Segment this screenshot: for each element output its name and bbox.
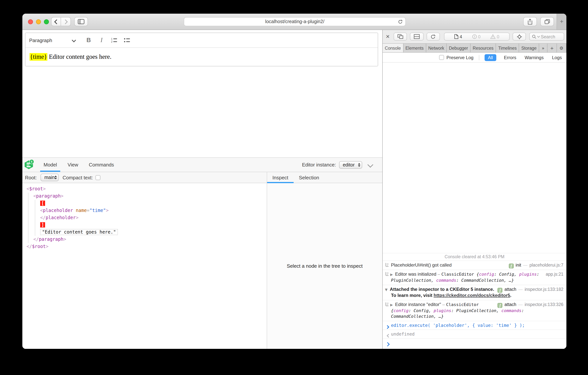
devtools-tab-elements[interactable]: Elements [403,44,426,52]
console-text-segment: – [441,302,446,307]
devtools-tab-new-tab[interactable]: + [547,44,557,52]
devtools-tab-network[interactable]: Network [426,44,447,52]
inspector-subtab-selection[interactable]: Selection [294,172,325,183]
bold-button[interactable]: B [84,35,94,45]
compact-text-checkbox[interactable] [96,175,101,180]
tree-line[interactable]: ] [22,221,267,229]
element-picker-button[interactable] [513,33,526,41]
console-filter-errors[interactable]: Errors [503,54,517,61]
collapse-inspector-icon[interactable] [367,162,373,168]
console-text-segment: Editor was initialized [395,272,436,277]
tab-overview-button[interactable] [540,17,554,26]
inspector-tab-commands[interactable]: Commands [85,158,118,172]
tree-line[interactable]: [ [22,200,267,207]
console-cleared-message: Console cleared at 4:53:46 PM [383,253,567,261]
console-source-link[interactable]: inspector.js:133:182 [525,287,563,292]
numbered-list-button[interactable]: 1 2 [109,35,119,45]
console-message[interactable]: app.js:21▶Editor was initialized – Class… [383,270,567,285]
inspector-subtabs: InspectSelection [267,172,382,183]
tree-token: > [61,193,63,199]
address-bar[interactable]: localhost/creating-a-plugin2/ [184,17,406,26]
dock-bottom-button[interactable] [410,33,424,41]
detach-devtools-button[interactable] [394,33,407,41]
console-message-icons: ▼ [385,287,389,292]
console-source-link[interactable]: app.js:21 [546,272,563,276]
console-message-source: app.js:21 [545,272,563,277]
minimize-window-button[interactable] [36,19,41,24]
preserve-log-checkbox[interactable] [439,55,444,60]
bulleted-list-button[interactable] [122,35,132,45]
console-text-segment: config [479,272,494,277]
console-message[interactable]: fattach — inspector.js:133:326▶Editor in… [383,300,567,321]
console-filter-all[interactable]: All [484,54,496,61]
inspector-subtab-inspect[interactable]: Inspect [267,172,294,183]
safari-window: localhost/creating-a-plugin2/ [22,14,567,349]
console-message-text: Attached the inspector to a CKEditor 5 i… [390,287,512,298]
tree-line[interactable]: </placeholder> [22,214,267,221]
devtools-toolbar: ✕ [383,30,567,44]
tree-line[interactable]: </paragraph> [22,236,267,243]
inspector-header-right: Editor instance: editor [302,161,382,168]
reload-page-button[interactable] [426,33,440,41]
console-source-link[interactable]: placeholderui.js:7 [529,263,563,267]
new-tab-button[interactable]: + [556,14,567,30]
model-controls: Root: main Compact text: [22,172,267,183]
console-filter-warnings[interactable]: Warnings [524,54,545,61]
close-window-button[interactable] [28,19,33,24]
console-text-segment: . [510,293,512,298]
sidebar-button[interactable] [74,17,88,26]
tree-token: > [46,244,48,249]
close-devtools-button[interactable]: ✕ [386,34,390,39]
back-button[interactable] [51,17,61,26]
console-filter-logs[interactable]: Logs [551,54,563,61]
devtools-tab-overflow[interactable]: » [539,44,547,52]
tree-token: </ [40,215,46,220]
resource-summary-button[interactable]: 4 0 [444,33,510,41]
console-prompt[interactable] [383,339,567,349]
console-result-row[interactable]: undefined [383,330,567,339]
share-button[interactable] [523,17,537,26]
devtools-tab-timelines[interactable]: Timelines [496,44,519,52]
tree-line[interactable]: <$root> [22,185,267,193]
italic-button[interactable]: I [97,35,106,45]
root-select[interactable]: main [41,174,59,181]
inspector-tab-view[interactable]: View [63,158,82,172]
console-text-segment: Editor instance "editor" [395,302,441,307]
devtools-search-field[interactable]: Search [529,33,564,41]
search-placeholder: Search [541,34,555,39]
disclosure-triangle-icon[interactable]: ▼ [385,288,388,292]
tree-line[interactable]: <paragraph> [22,193,267,200]
tree-line[interactable]: "Editor content goes here." [22,229,267,236]
tree-line[interactable]: <placeholder name="time"> [22,207,267,214]
function-badge-icon: f [498,303,503,308]
tree-token: > [106,208,109,213]
disclosure-triangle-icon[interactable]: ▶ [390,273,393,276]
devtools-tab-resources[interactable]: Resources [471,44,496,52]
console-source-link[interactable]: inspector.js:133:326 [525,302,563,307]
console-function-name: attach [504,287,516,292]
editor-instance-select[interactable]: editor [339,161,362,168]
forward-button[interactable] [61,17,71,26]
devtools-tab-console[interactable]: Console [383,44,403,52]
devtools-tab-settings[interactable]: ⚙ [557,44,567,52]
resource-count: 4 [460,34,462,39]
tree-token: </ [27,244,32,249]
devtools-tab-storage[interactable]: Storage [519,44,539,52]
console-message[interactable]: finit — placeholderui.js:7PlaceholderUI#… [383,261,567,270]
console-input-echo[interactable]: editor.execute( 'placeholder', { value: … [383,321,567,330]
reload-button[interactable] [398,19,403,25]
tree-line[interactable]: </$root> [22,243,267,250]
devtools-tab-debugger[interactable]: Debugger [447,44,471,52]
zoom-window-button[interactable] [44,19,49,24]
editor-content[interactable]: {time} Editor content goes here. [25,48,378,66]
placeholder-widget[interactable]: {time} [30,53,47,61]
paragraph-dropdown[interactable]: Paragraph [29,37,78,43]
disclosure-triangle-icon[interactable]: ▶ [390,303,393,307]
preserve-log-control[interactable]: Preserve Log [439,55,473,60]
editor-toolbar: Paragraph B I 1 2 [25,33,378,48]
console-text-segment: { [476,272,479,277]
tree-token: > [76,215,78,220]
console-message[interactable]: fattach — inspector.js:133:182▼Attached … [383,285,567,300]
tree-token: $root [32,244,46,249]
inspector-tab-model[interactable]: Model [39,158,61,172]
